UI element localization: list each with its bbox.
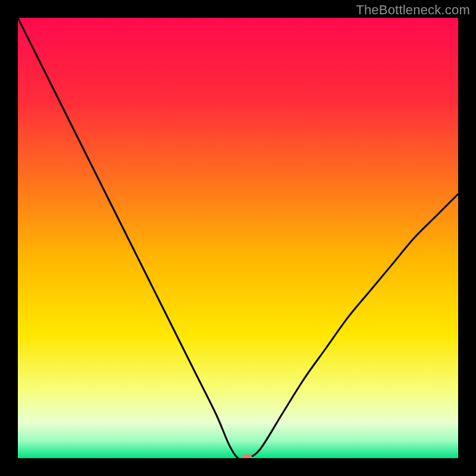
optimal-point-marker	[242, 454, 252, 458]
plot-area	[18, 18, 458, 458]
curve-path	[18, 18, 458, 458]
chart-frame: TheBottleneck.com	[0, 0, 476, 476]
bottleneck-curve	[18, 18, 458, 458]
watermark-text: TheBottleneck.com	[356, 2, 470, 18]
